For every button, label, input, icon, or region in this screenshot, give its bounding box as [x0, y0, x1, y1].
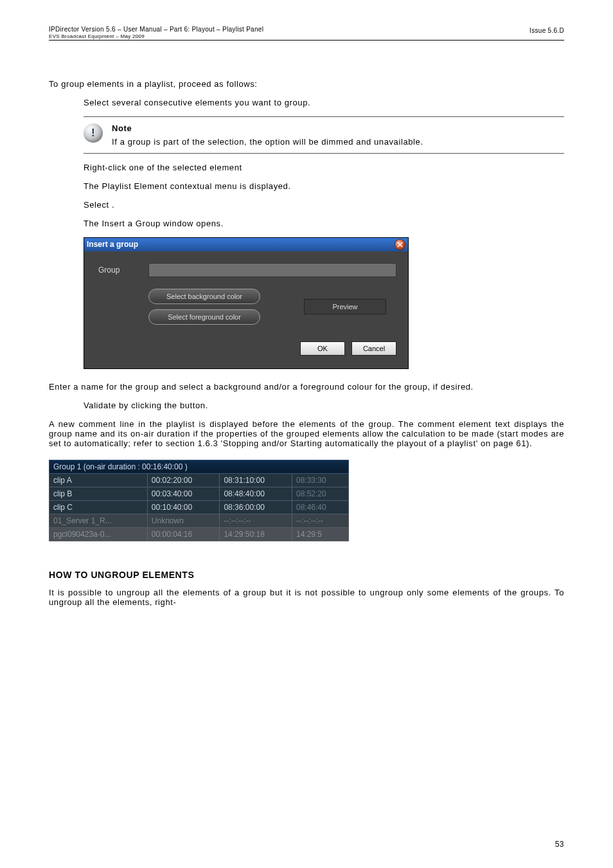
group-label: Group: [98, 266, 148, 275]
cell-name: pgcl090423a-0...: [49, 527, 148, 541]
page-number: 53: [555, 840, 564, 849]
step3b-text: The Insert a Group window opens.: [84, 219, 564, 228]
cell-dur: 00:03:40:00: [147, 487, 220, 500]
cell-tc2: 08:33:30: [292, 473, 348, 487]
note-box: ! Note If a group is part of the selecti…: [84, 116, 564, 154]
select-foreground-color-button[interactable]: Select foreground color: [148, 309, 260, 325]
header-left: IPDirector Version 5.6 – User Manual – P…: [49, 26, 263, 40]
note-heading: Note: [112, 123, 560, 133]
cell-tc1: 08:36:00:00: [220, 500, 292, 514]
table-row-disabled: 01_Server 1_R... Unknown --:--:--:-- --:…: [49, 514, 349, 527]
cancel-button[interactable]: Cancel: [351, 341, 396, 356]
step5-text: Validate by clicking the button.: [84, 401, 564, 410]
cell-tc2: 08:46:40: [292, 500, 348, 514]
header-title: IPDirector Version 5.6 – User Manual – P…: [49, 26, 263, 33]
cell-name: clip C: [49, 500, 148, 514]
cell-dur: 00:00:04:16: [147, 527, 220, 541]
step2a-text: Right-click one of the selected element: [84, 163, 564, 172]
note-body: If a group is part of the selection, the…: [112, 137, 560, 147]
table-row-disabled: pgcl090423a-0... 00:00:04:16 14:29:50:18…: [49, 527, 349, 541]
preview-box: Preview: [304, 299, 386, 314]
cell-tc1: 14:29:50:18: [220, 527, 292, 541]
step3a-text: Select .: [84, 200, 564, 210]
step2b-text: The Playlist Element contextual menu is …: [84, 181, 564, 191]
cell-name: clip A: [49, 473, 148, 487]
playlist-table: Group 1 (on-air duration : 00:16:40:00 )…: [49, 460, 349, 541]
cell-dur: 00:10:40:00: [147, 500, 220, 514]
cell-tc2: 14:29:5: [292, 527, 348, 541]
group-header-cell: Group 1 (on-air duration : 00:16:40:00 ): [49, 460, 349, 473]
cell-dur: 00:02:20:00: [147, 473, 220, 487]
ok-button[interactable]: OK: [300, 341, 345, 356]
cell-tc2: --:--:--:--: [292, 514, 348, 527]
cell-tc2: 08:52:20: [292, 487, 348, 500]
cell-name: 01_Server 1_R...: [49, 514, 148, 527]
intro-text: To group elements in a playlist, proceed…: [49, 79, 564, 89]
table-row: clip C 00:10:40:00 08:36:00:00 08:46:40: [49, 500, 349, 514]
cell-dur: Unknown: [147, 514, 220, 527]
group-header-row: Group 1 (on-air duration : 00:16:40:00 ): [49, 460, 349, 473]
group-name-input[interactable]: [148, 263, 396, 277]
cell-name: clip B: [49, 487, 148, 500]
cell-tc1: 08:48:40:00: [220, 487, 292, 500]
header-subtitle: EVS Broadcast Equipment – May 2009: [49, 33, 263, 40]
page-header: IPDirector Version 5.6 – User Manual – P…: [49, 26, 564, 40]
ungroup-paragraph: It is possible to ungroup all the elemen…: [49, 588, 564, 607]
cell-tc1: --:--:--:--: [220, 514, 292, 527]
step1-text: Select several consecutive elements you …: [84, 98, 564, 107]
cell-tc1: 08:31:10:00: [220, 473, 292, 487]
window-titlebar: Insert a group: [84, 238, 408, 251]
explanation-text: A new comment line in the playlist is di…: [49, 419, 564, 448]
info-icon: !: [84, 123, 103, 143]
select-background-color-button[interactable]: Select background color: [148, 289, 260, 304]
close-icon[interactable]: [395, 239, 405, 250]
insert-group-window: Insert a group Group Select background c…: [84, 237, 409, 369]
header-issue: Issue 5.6.D: [529, 26, 564, 40]
table-row: clip A 00:02:20:00 08:31:10:00 08:33:30: [49, 473, 349, 487]
window-title: Insert a group: [87, 240, 138, 249]
table-row: clip B 00:03:40:00 08:48:40:00 08:52:20: [49, 487, 349, 500]
ungroup-heading: HOW TO UNGROUP ELEMENTS: [49, 570, 564, 580]
step4-text: Enter a name for the group and select a …: [49, 382, 564, 392]
